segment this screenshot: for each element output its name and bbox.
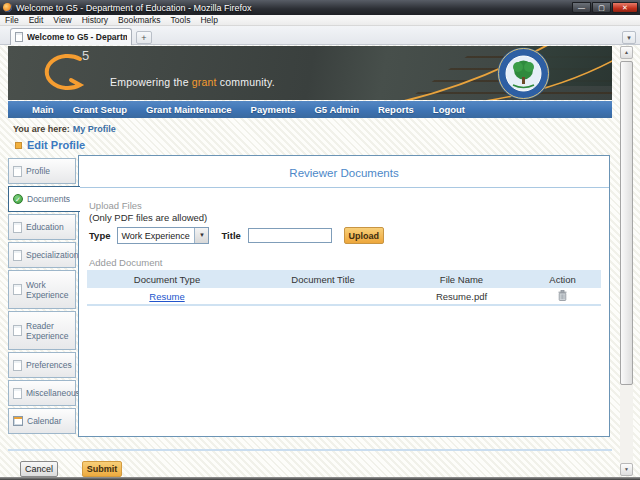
divider (79, 187, 609, 188)
firefox-icon (3, 3, 12, 12)
nav-main[interactable]: Main (32, 104, 54, 115)
sidebar-item-documents[interactable]: ✓ Documents (8, 186, 80, 212)
table-header-row: Document Type Document Title File Name A… (87, 270, 601, 288)
page-icon (15, 32, 23, 42)
sidebar-item-label: Specialization (26, 250, 78, 260)
tagline-suffix: community. (217, 76, 275, 88)
vertical-scrollbar[interactable]: ▲ ▼ (620, 46, 633, 476)
menu-bar: File Edit View History Bookmarks Tools H… (0, 15, 640, 26)
new-tab-button[interactable]: + (136, 31, 152, 44)
title-bar: Welcome to G5 - Department of Education … (0, 0, 640, 15)
nav-reports[interactable]: Reports (378, 104, 414, 115)
sidebar-item-label: Calendar (27, 416, 62, 426)
col-document-title: Document Title (247, 274, 399, 285)
green-check-icon: ✓ (13, 194, 23, 204)
sidebar-item-label: Education (26, 222, 64, 232)
profile-sidebar: Profile ✓ Documents Education Specializa… (8, 158, 78, 436)
upload-form-row: Type Work Experience ▼ Title Upload (89, 227, 384, 244)
menu-edit[interactable]: Edit (24, 15, 49, 25)
scroll-up-button[interactable]: ▲ (620, 46, 633, 59)
added-document-label: Added Document (89, 257, 162, 268)
browser-window: Welcome to G5 - Department of Education … (0, 0, 640, 480)
calendar-icon (13, 416, 23, 426)
document-icon (13, 388, 22, 399)
nav-payments[interactable]: Payments (251, 104, 296, 115)
title-label: Title (221, 230, 240, 241)
breadcrumb-my-profile-link[interactable]: My Profile (73, 124, 116, 134)
nav-grant-setup[interactable]: Grant Setup (73, 104, 127, 115)
menu-view[interactable]: View (48, 15, 76, 25)
scroll-down-button[interactable]: ▼ (620, 463, 633, 476)
sidebar-item-label: Miscellaneous (26, 388, 80, 398)
chevron-down-icon[interactable]: ▼ (194, 228, 208, 243)
document-icon (13, 325, 22, 336)
added-documents-table: Document Type Document Title File Name A… (87, 270, 601, 306)
col-file-name: File Name (399, 274, 524, 285)
g5-logo: 5 (36, 48, 98, 100)
col-action: Action (524, 274, 601, 285)
menu-file[interactable]: File (0, 15, 24, 25)
sidebar-item-calendar[interactable]: Calendar (8, 408, 76, 434)
window-controls: — ▢ ✕ (571, 2, 638, 13)
col-document-type: Document Type (87, 274, 247, 285)
bottom-divider (8, 449, 612, 451)
menu-help[interactable]: Help (195, 15, 222, 25)
close-button[interactable]: ✕ (612, 2, 638, 13)
bullet-square-icon (15, 142, 22, 149)
maximize-button[interactable]: ▢ (592, 2, 611, 13)
reviewer-documents-panel: Reviewer Documents Upload Files (Only PD… (78, 155, 610, 437)
sidebar-item-specialization[interactable]: Specialization (8, 242, 76, 268)
sidebar-item-label: Documents (27, 194, 70, 204)
nav-grant-maintenance[interactable]: Grant Maintenance (146, 104, 232, 115)
upload-files-label: Upload Files (89, 200, 142, 211)
sidebar-item-reader-experience[interactable]: Reader Experience (8, 311, 76, 350)
window-title: Welcome to G5 - Department of Education … (16, 3, 251, 13)
page-content: 5 Empowering the grant community. Main G… (0, 45, 640, 477)
sidebar-item-education[interactable]: Education (8, 214, 76, 240)
scrollbar-thumb[interactable] (620, 61, 633, 385)
department-of-education-seal (497, 47, 550, 100)
document-icon (13, 222, 22, 233)
type-label: Type (89, 230, 110, 241)
document-type-select[interactable]: Work Experience ▼ (117, 227, 209, 244)
menu-bookmarks[interactable]: Bookmarks (113, 15, 166, 25)
panel-title: Reviewer Documents (79, 167, 609, 179)
document-icon (13, 250, 22, 261)
sidebar-item-miscellaneous[interactable]: Miscellaneous (8, 380, 76, 406)
banner-tagline: Empowering the grant community. (110, 76, 275, 88)
main-navigation: Main Grant Setup Grant Maintenance Payme… (8, 101, 612, 118)
document-type-link[interactable]: Resume (149, 291, 184, 302)
upload-button[interactable]: Upload (344, 227, 384, 244)
browser-tab[interactable]: Welcome to G5 - Department of Edu... (10, 28, 132, 45)
tagline-highlight: grant (192, 76, 217, 88)
document-icon (13, 166, 22, 177)
sidebar-item-label: Preferences (26, 360, 72, 370)
minimize-button[interactable]: — (572, 2, 591, 13)
trash-icon (558, 290, 567, 301)
sidebar-item-label: Profile (26, 166, 50, 176)
submit-button[interactable]: Submit (82, 461, 122, 477)
cancel-button[interactable]: Cancel (20, 461, 58, 477)
delete-document-button[interactable] (558, 290, 567, 301)
sidebar-item-work-experience[interactable]: Work Experience (8, 270, 76, 309)
page-title-text: Edit Profile (27, 139, 85, 151)
menu-history[interactable]: History (77, 15, 113, 25)
page-title: Edit Profile (15, 139, 85, 151)
document-icon (13, 284, 22, 295)
menu-tools[interactable]: Tools (166, 15, 196, 25)
g5-banner: 5 Empowering the grant community. (8, 46, 612, 100)
sidebar-item-label: Work Experience (26, 280, 73, 300)
tab-list-button[interactable]: ▾ (622, 31, 636, 44)
breadcrumb: You are here:My Profile (13, 124, 116, 134)
sidebar-item-preferences[interactable]: Preferences (8, 352, 76, 378)
nav-logout[interactable]: Logout (433, 104, 465, 115)
tab-bar: Welcome to G5 - Department of Edu... + ▾ (0, 26, 640, 45)
document-title-input[interactable] (248, 228, 332, 243)
sidebar-item-profile[interactable]: Profile (8, 158, 76, 184)
pdf-only-note: (Only PDF files are allowed) (89, 212, 207, 223)
nav-g5-admin[interactable]: G5 Admin (314, 104, 359, 115)
g5-logo-number: 5 (82, 48, 89, 63)
document-icon (13, 360, 22, 371)
tab-title: Welcome to G5 - Department of Edu... (27, 32, 127, 42)
sidebar-item-label: Reader Experience (26, 321, 73, 341)
